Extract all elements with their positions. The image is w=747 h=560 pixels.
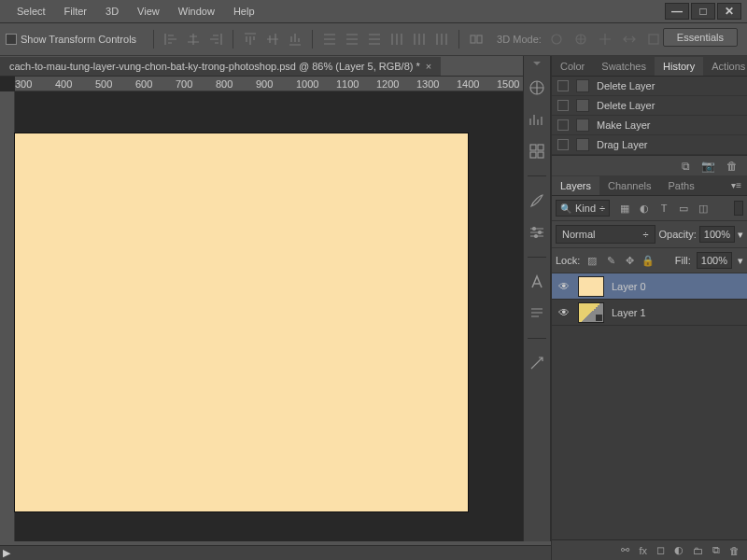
roll-3d-icon[interactable] xyxy=(571,30,590,49)
filter-adjust-icon[interactable]: ◐ xyxy=(637,201,652,216)
properties-icon[interactable] xyxy=(528,354,546,372)
layer-item[interactable]: 👁Layer 1 xyxy=(552,300,747,326)
menu-select[interactable]: Select xyxy=(7,6,55,17)
distribute-vcenter-icon[interactable] xyxy=(343,30,361,49)
delete-state-icon[interactable]: 🗑 xyxy=(726,160,738,173)
show-transform-label: Show Transform Controls xyxy=(21,34,136,45)
distribute-top-icon[interactable] xyxy=(320,30,339,49)
lock-all-icon[interactable]: 🔒 xyxy=(641,255,655,267)
tab-color[interactable]: Color xyxy=(552,57,593,76)
chevron-down-icon[interactable]: ▾ xyxy=(738,255,743,267)
brush-icon[interactable] xyxy=(528,191,546,210)
distribute-left-icon[interactable] xyxy=(388,30,406,49)
svg-rect-6 xyxy=(530,145,536,150)
dock-handle[interactable] xyxy=(529,62,544,65)
new-doc-from-state-icon[interactable]: ⧉ xyxy=(682,160,690,173)
auto-align-icon[interactable] xyxy=(467,30,486,49)
layer-thumbnail[interactable] xyxy=(578,276,604,297)
navigator-icon[interactable] xyxy=(528,78,546,97)
blend-mode-dropdown[interactable]: Normal÷ xyxy=(556,225,655,244)
history-item[interactable]: Delete Layer xyxy=(552,77,747,96)
close-tab-icon[interactable]: × xyxy=(426,61,431,72)
layer-thumbnail[interactable] xyxy=(578,302,604,323)
visibility-icon[interactable]: 👁 xyxy=(557,280,571,293)
history-brush-checkbox[interactable] xyxy=(557,100,569,111)
align-right-icon[interactable] xyxy=(206,30,225,49)
menu-view[interactable]: View xyxy=(128,6,169,17)
align-hcenter-icon[interactable] xyxy=(184,30,203,49)
history-item[interactable]: Drag Layer xyxy=(552,135,747,155)
artboard[interactable] xyxy=(15,133,468,511)
new-layer-icon[interactable]: ⧉ xyxy=(712,544,720,556)
filter-kind-dropdown[interactable]: 🔍 Kind ÷ xyxy=(556,200,610,217)
chevron-down-icon[interactable]: ▾ xyxy=(738,229,743,241)
delete-layer-icon[interactable]: 🗑 xyxy=(729,545,740,556)
align-vcenter-icon[interactable] xyxy=(263,30,282,49)
distribute-right-icon[interactable] xyxy=(432,30,451,49)
layer-name[interactable]: Layer 1 xyxy=(612,307,646,318)
filter-shape-icon[interactable]: ▭ xyxy=(676,201,691,216)
pan-3d-icon[interactable] xyxy=(596,30,614,49)
adjustment-layer-icon[interactable]: ◐ xyxy=(674,544,684,556)
histogram-icon[interactable] xyxy=(528,110,546,129)
link-layers-icon[interactable]: ⚯ xyxy=(621,544,629,556)
align-top-icon[interactable] xyxy=(241,30,260,49)
document-tab[interactable]: cach-to-mau-tung-layer-vung-chon-bat-ky-… xyxy=(0,57,441,76)
character-icon[interactable] xyxy=(528,273,546,291)
filter-smart-icon[interactable]: ◫ xyxy=(696,201,711,216)
filter-type-icon[interactable]: T xyxy=(656,201,671,216)
tab-actions[interactable]: Actions xyxy=(703,57,747,76)
layer-item[interactable]: 👁Layer 0 xyxy=(552,273,747,300)
align-bottom-icon[interactable] xyxy=(286,30,304,49)
menu-filter[interactable]: Filter xyxy=(55,6,96,17)
distribute-bottom-icon[interactable] xyxy=(365,30,384,49)
history-item[interactable]: Delete Layer xyxy=(552,96,747,116)
lock-paint-icon[interactable]: ✎ xyxy=(604,255,617,267)
tab-paths[interactable]: Paths xyxy=(660,176,703,195)
lock-position-icon[interactable]: ✥ xyxy=(623,255,636,267)
menu-bar: Select Filter 3D View Window Help — □ ✕ xyxy=(0,0,747,23)
adjustments-icon[interactable] xyxy=(528,223,546,242)
orbit-3d-icon[interactable] xyxy=(547,30,566,49)
scale-3d-icon[interactable] xyxy=(644,30,663,49)
filter-pixel-icon[interactable]: ▦ xyxy=(617,201,632,216)
filter-toggle[interactable] xyxy=(734,201,743,216)
tab-channels[interactable]: Channels xyxy=(599,176,659,195)
ruler-horizontal[interactable]: 3004005006007008009001000110012001300140… xyxy=(15,77,551,91)
ruler-vertical[interactable] xyxy=(0,91,15,541)
layers-panel-menu-icon[interactable]: ▾≡ xyxy=(726,180,747,190)
tab-swatches[interactable]: Swatches xyxy=(593,57,655,76)
layer-group-icon[interactable]: 🗀 xyxy=(693,545,703,556)
tab-history[interactable]: History xyxy=(655,57,703,76)
history-item[interactable]: Make Layer xyxy=(552,116,747,135)
workspace-switcher[interactable]: Essentials xyxy=(663,28,738,47)
info-icon[interactable] xyxy=(528,142,546,161)
fill-value[interactable]: 100% xyxy=(697,252,732,269)
distribute-hcenter-icon[interactable] xyxy=(410,30,429,49)
snapshot-icon[interactable]: 📷 xyxy=(701,160,715,173)
opacity-value[interactable]: 100% xyxy=(699,226,735,243)
visibility-icon[interactable]: 👁 xyxy=(557,306,571,319)
play-icon[interactable]: ▶ xyxy=(0,547,13,560)
layer-name[interactable]: Layer 0 xyxy=(612,281,646,292)
layer-fx-icon[interactable]: fx xyxy=(639,545,647,556)
window-minimize-button[interactable]: — xyxy=(665,3,689,20)
menu-3d[interactable]: 3D xyxy=(96,6,128,17)
document-tab-title: cach-to-mau-tung-layer-vung-chon-bat-ky-… xyxy=(9,61,420,72)
tab-layers[interactable]: Layers xyxy=(552,176,599,195)
menu-window[interactable]: Window xyxy=(169,6,224,17)
canvas-area[interactable] xyxy=(15,91,551,541)
window-close-button[interactable]: ✕ xyxy=(717,3,741,20)
layer-mask-icon[interactable]: ◻ xyxy=(656,544,665,556)
history-brush-checkbox[interactable] xyxy=(557,119,569,131)
align-left-icon[interactable] xyxy=(162,30,180,49)
history-brush-checkbox[interactable] xyxy=(557,80,569,91)
window-maximize-button[interactable]: □ xyxy=(691,3,715,20)
slide-3d-icon[interactable] xyxy=(620,30,639,49)
show-transform-checkbox[interactable] xyxy=(6,34,17,45)
menu-help[interactable]: Help xyxy=(224,6,264,17)
lock-transparent-icon[interactable]: ▨ xyxy=(585,255,599,267)
history-brush-checkbox[interactable] xyxy=(557,139,569,150)
horizontal-scrollbar[interactable]: ▶ xyxy=(0,545,551,560)
paragraph-icon[interactable] xyxy=(528,304,546,323)
